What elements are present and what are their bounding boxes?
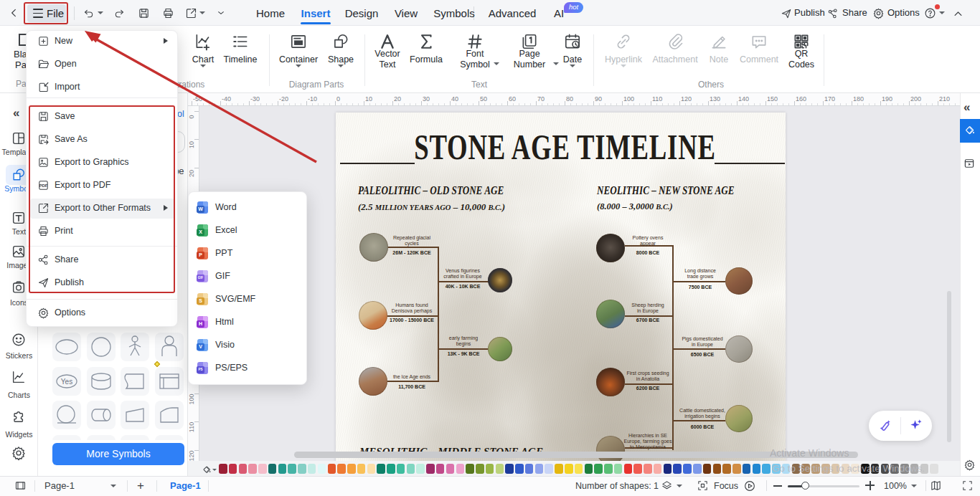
svg-text:Yes: Yes	[61, 378, 72, 386]
